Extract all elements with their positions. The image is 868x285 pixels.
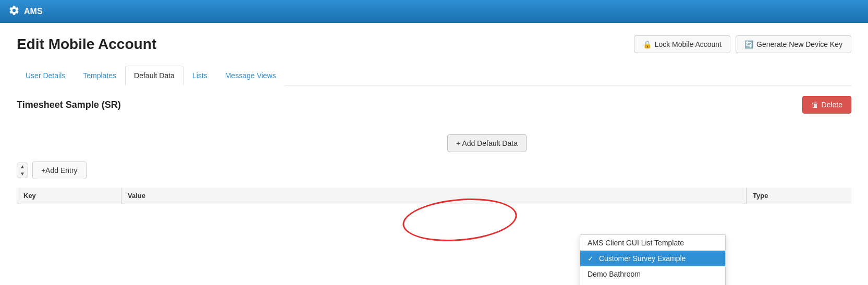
gear-icon <box>8 5 20 18</box>
brand: AMS <box>8 5 43 18</box>
lock-icon: 🔒 <box>643 40 652 48</box>
dropdown-menu: AMS Client GUI List Template ✓ Customer … <box>580 234 726 285</box>
table-header: Key Value Type <box>17 188 851 204</box>
header-buttons: 🔒 Lock Mobile Account 🔄 Generate New Dev… <box>634 35 851 53</box>
add-default-data-button[interactable]: + Add Default Data <box>447 134 527 152</box>
column-value: Value <box>121 188 747 204</box>
navbar: AMS <box>0 0 868 23</box>
lock-mobile-account-button[interactable]: 🔒 Lock Mobile Account <box>634 35 730 53</box>
tab-user-details[interactable]: User Details <box>17 66 74 85</box>
column-key: Key <box>17 188 121 204</box>
navbar-title: AMS <box>24 7 43 16</box>
tabs: User Details Templates Default Data List… <box>17 66 851 85</box>
sort-arrows[interactable]: ▲ ▼ <box>17 163 28 178</box>
dropdown-item-customer-survey[interactable]: ✓ Customer Survey Example <box>580 251 725 266</box>
tab-message-views[interactable]: Message Views <box>216 66 285 85</box>
checkmark-icon: ✓ <box>588 254 594 263</box>
tab-default-data[interactable]: Default Data <box>125 66 184 85</box>
tab-content: Timesheet Sample (SR) 🗑 Delete AMS Clien… <box>17 85 851 215</box>
page-header: Edit Mobile Account 🔒 Lock Mobile Accoun… <box>17 35 851 53</box>
page-title: Edit Mobile Account <box>17 36 156 53</box>
section-header: Timesheet Sample (SR) 🗑 Delete <box>17 96 851 114</box>
generate-device-key-button[interactable]: 🔄 Generate New Device Key <box>736 35 851 53</box>
section-title: Timesheet Sample (SR) <box>17 100 121 110</box>
column-type: Type <box>747 188 851 204</box>
dropdown-item-demo-bathroom[interactable]: Demo Bathroom <box>580 266 725 282</box>
dropdown-item-demo-bedroom[interactable]: Demo Bedroom <box>580 282 725 285</box>
dropdown-item-ams[interactable]: AMS Client GUI List Template <box>580 235 725 251</box>
trash-icon: 🗑 <box>811 101 818 109</box>
add-entry-button[interactable]: +Add Entry <box>32 162 87 179</box>
tab-lists[interactable]: Lists <box>184 66 216 85</box>
refresh-icon: 🔄 <box>744 40 753 48</box>
sort-up-icon[interactable]: ▲ <box>17 163 28 170</box>
main-content: Edit Mobile Account 🔒 Lock Mobile Accoun… <box>0 23 868 285</box>
tab-templates[interactable]: Templates <box>74 66 125 85</box>
delete-button[interactable]: 🗑 Delete <box>802 96 851 114</box>
add-entry-row: ▲ ▼ +Add Entry <box>17 162 851 179</box>
sort-down-icon[interactable]: ▼ <box>17 170 28 178</box>
